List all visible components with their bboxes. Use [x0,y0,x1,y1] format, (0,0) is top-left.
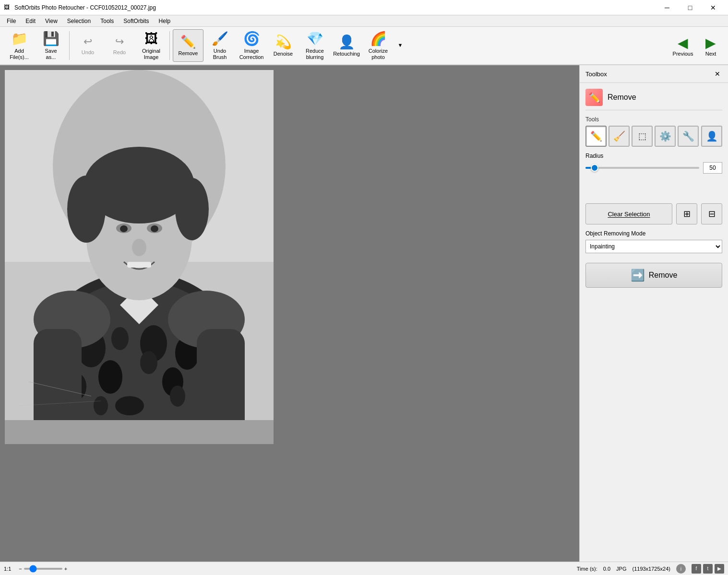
svg-point-6 [98,360,122,394]
add-files-icon: 📁 [11,31,28,47]
menu-file[interactable]: File [2,17,21,25]
clear-selection-button[interactable]: Clear Selection [585,203,672,224]
minimize-button[interactable]: ─ [656,0,678,15]
toolbox-panel: Toolbox ✕ ✏️ Remove Tools ✏️ [579,65,728,562]
save-as-label: Save as... [45,48,57,60]
redo-icon: ↪ [115,35,124,48]
undo-label: Undo [82,49,94,56]
remove-action-icon: ➡️ [631,269,645,282]
close-button[interactable]: ✕ [702,0,724,15]
clear-selection-row: Clear Selection ⊞ ⊟ [585,203,722,224]
toolbox-close-button[interactable]: ✕ [713,69,722,79]
next-icon: ▶ [705,35,716,51]
previous-button[interactable]: ◀ Previous [669,29,696,62]
svg-point-30 [94,396,108,415]
redo-label: Redo [113,49,126,56]
brush-icon: ✏️ [590,130,602,142]
svg-point-21 [151,225,158,232]
tools-label: Tools [585,116,722,123]
brush-tool-button[interactable]: ✏️ [585,126,607,147]
maximize-button[interactable]: □ [679,0,701,15]
app-icon: 🖼 [4,4,12,12]
remove-action-button[interactable]: ➡️ Remove [585,263,722,288]
menu-edit[interactable]: Edit [21,17,40,25]
menu-tools[interactable]: Tools [95,17,119,25]
undo-brush-button[interactable]: 🖌️ Undo Brush [204,29,235,62]
redo-button[interactable]: ↪ Redo [104,29,135,62]
toolbox-content: ✏️ Remove Tools ✏️ 🧹 [580,83,728,293]
menu-softorbits[interactable]: SoftOrbits [119,17,154,25]
eraser-tool-button[interactable]: 🧹 [609,126,630,147]
select-all-button[interactable]: ⊞ [676,203,697,224]
menu-view[interactable]: View [40,17,62,25]
svg-rect-34 [5,420,274,444]
next-button[interactable]: ▶ Next [697,29,724,62]
image-correction-button[interactable]: 🌀 Image Correction [236,29,267,62]
spacer [585,179,722,194]
time-value: 0.0 [603,566,610,572]
undo-icon: ↩ [84,35,92,48]
nav-buttons: ◀ Previous ▶ Next [669,29,724,62]
image-correction-label: Image Correction [239,48,264,60]
svg-point-22 [132,239,146,256]
social-icon-3[interactable]: ▶ [715,564,724,574]
clone-tool-button[interactable]: 👤 [701,126,722,147]
select-invert-icon: ⊟ [708,209,716,219]
select-rect-tool-button[interactable]: ⬚ [632,126,653,147]
mode-select[interactable]: Inpainting Content-Aware Fill Texture Sy… [585,240,722,253]
svg-point-28 [111,327,129,350]
original-image-icon: 🖼 [144,31,158,47]
mode-label: Object Removing Mode [585,230,722,237]
colorize-photo-button[interactable]: 🌈 Colorize photo [363,29,394,62]
denoise-label: Denoise [274,51,293,57]
more-button[interactable]: ▼ [394,29,406,62]
toolbox-title: Toolbox [585,70,607,78]
select-invert-button[interactable]: ⊟ [701,203,722,224]
zoom-slider[interactable] [24,568,62,570]
svg-point-11 [115,396,144,415]
save-as-button[interactable]: 💾 Save as... [36,29,66,62]
zoom-minus-icon: − [19,566,22,572]
radius-slider-thumb[interactable] [591,164,598,172]
menu-bar: File Edit View Selection Tools SoftOrbit… [0,15,728,27]
radius-slider-track [585,167,699,169]
denoise-button[interactable]: 💫 Denoise [268,29,298,62]
toolbar: 📁 Add File(s)... 💾 Save as... ↩ Undo ↪ R… [0,27,728,65]
reduce-blurring-button[interactable]: 💎 Reduce blurring [299,29,330,62]
remove-action-label: Remove [649,271,678,280]
photo-image [5,70,274,444]
menu-selection[interactable]: Selection [62,17,95,25]
social-icon-2[interactable]: t [703,564,713,574]
eraser-icon: 🧹 [613,130,625,142]
radius-section: Radius 50 [585,153,722,174]
radius-row: 50 [585,162,722,174]
social-icon-1[interactable]: f [692,564,701,574]
retouching-button[interactable]: 👤 Retouching [331,29,362,62]
social-icons: f t ▶ [692,564,724,574]
tools-row: ✏️ 🧹 ⬚ ⚙️ 🔧 [585,126,722,147]
denoise-icon: 💫 [275,34,292,50]
rect-select-icon: ⬚ [638,131,646,141]
zoom-plus-icon: + [64,566,67,572]
reduce-blurring-icon: 💎 [307,31,323,47]
window-title: SoftOrbits Photo Retoucher - CCF01052012… [14,4,656,11]
original-image-button[interactable]: 🖼 Original Image [136,29,167,62]
zoom-label: 1:1 [4,566,11,572]
toolbox-header: Toolbox ✕ [580,65,728,83]
info-button[interactable]: i [676,564,686,574]
toolbar-sep-2 [169,31,170,60]
status-zoom: 1:1 [4,566,11,572]
save-as-icon: 💾 [43,31,60,47]
remove-button[interactable]: ✏️ Remove [173,29,203,62]
more-icon: ▼ [398,42,403,48]
settings-tool-button[interactable]: ⚙️ [655,126,676,147]
menu-help[interactable]: Help [154,17,176,25]
undo-brush-icon: 🖌️ [212,31,228,47]
magic-tool-button[interactable]: 🔧 [678,126,699,147]
undo-button[interactable]: ↩ Undo [72,29,103,62]
canvas-area[interactable] [0,65,579,562]
add-files-button[interactable]: 📁 Add File(s)... [4,29,35,62]
svg-point-20 [120,225,128,232]
mode-section: Object Removing Mode Inpainting Content-… [585,230,722,253]
format-label: JPG [616,566,626,572]
